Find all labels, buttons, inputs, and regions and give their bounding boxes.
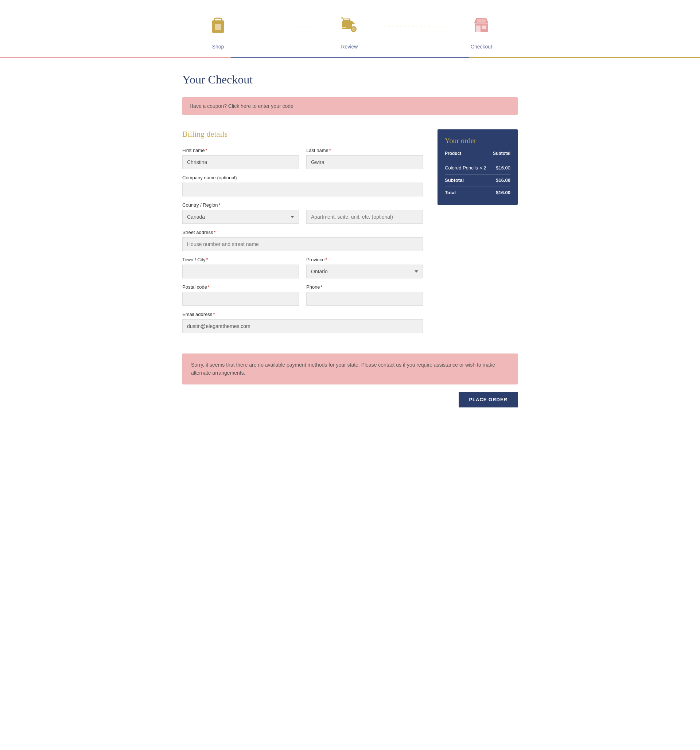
progress-steps: Shop · · · · · · · · · · · · · · · · <box>208 15 492 49</box>
step-checkout-label: Checkout <box>471 44 492 49</box>
first-name-label: First name* <box>182 148 299 153</box>
company-label: Company name (optional) <box>182 175 423 180</box>
last-name-group: Last name* <box>306 148 423 169</box>
street-group: Street address* <box>182 230 423 251</box>
place-order-row: PLACE ORDER <box>182 392 518 407</box>
svg-rect-13 <box>482 26 486 29</box>
dots-2: · · · · · · · · · · · · · · · · <box>360 25 470 29</box>
svg-rect-2 <box>215 24 221 30</box>
postal-label: Postal code* <box>182 284 299 290</box>
postal-group: Postal code* <box>182 284 299 306</box>
subtotal-label: Subtotal <box>445 177 464 183</box>
checkout-icon <box>471 15 491 39</box>
email-label: Email address* <box>182 312 423 317</box>
province-select[interactable]: Ontario <box>306 264 423 278</box>
apartment-label <box>306 202 423 208</box>
postal-input[interactable] <box>182 292 299 306</box>
first-name-group: First name* <box>182 148 299 169</box>
svg-point-10 <box>348 24 350 25</box>
progress-bar <box>0 57 700 58</box>
name-row: First name* Last name* <box>182 148 423 169</box>
town-label: Town / City* <box>182 257 299 263</box>
svg-rect-1 <box>214 18 222 21</box>
total-row: Total $16.00 <box>445 187 511 198</box>
country-label: Country / Region* <box>182 202 299 208</box>
step-review-label: Review <box>341 44 358 49</box>
svg-marker-4 <box>352 21 355 24</box>
order-title: Your order <box>445 137 511 145</box>
order-table-header: Product Subtotal <box>445 151 511 159</box>
country-apartment-row: Country / Region* Canada <box>182 202 423 224</box>
phone-label: Phone* <box>306 284 423 290</box>
svg-point-9 <box>344 24 346 25</box>
postal-phone-row: Postal code* Phone* <box>182 284 423 306</box>
place-order-button[interactable]: PLACE ORDER <box>458 392 518 407</box>
last-name-label: Last name* <box>306 148 423 153</box>
svg-rect-5 <box>340 27 346 28</box>
step-checkout[interactable]: Checkout <box>471 15 492 49</box>
page-title: Your Checkout <box>182 73 518 86</box>
item-price: $16.00 <box>496 165 511 171</box>
svg-rect-14 <box>477 19 486 23</box>
total-value: $16.00 <box>496 190 511 195</box>
first-name-input[interactable] <box>182 155 299 169</box>
svg-point-7 <box>352 27 355 31</box>
progress-bar-gold <box>469 57 700 58</box>
coupon-banner[interactable]: Have a coupon? Click here to enter your … <box>182 97 518 115</box>
apartment-input[interactable] <box>306 210 423 224</box>
order-summary: Your order Product Subtotal Colored Penc… <box>437 129 518 205</box>
subtotal-row: Subtotal $16.00 <box>445 174 511 185</box>
town-group: Town / City* <box>182 257 299 278</box>
review-icon <box>339 15 360 39</box>
apartment-group <box>306 202 423 224</box>
town-input[interactable] <box>182 264 299 278</box>
province-group: Province* Ontario <box>306 257 423 278</box>
company-group: Company name (optional) <box>182 175 423 197</box>
email-row: Email address* <box>182 312 423 333</box>
progress-section: Shop · · · · · · · · · · · · · · · · <box>0 0 700 49</box>
progress-bar-pink <box>0 57 231 58</box>
item-name: Colored Pencils × 2 <box>445 165 486 171</box>
company-input[interactable] <box>182 183 423 197</box>
last-name-input[interactable] <box>306 155 423 169</box>
billing-title: Billing details <box>182 129 423 139</box>
street-input[interactable] <box>182 237 423 251</box>
main-content: Your Checkout Have a coupon? Click here … <box>175 58 525 436</box>
step-shop-label: Shop <box>212 44 224 49</box>
phone-input[interactable] <box>306 292 423 306</box>
svg-rect-12 <box>476 26 480 32</box>
company-row: Company name (optional) <box>182 175 423 197</box>
street-row: Street address* <box>182 230 423 251</box>
billing-section: Billing details First name* Last name* <box>182 129 423 339</box>
step-shop[interactable]: Shop <box>208 15 228 49</box>
error-notice: Sorry, it seems that there are no availa… <box>182 353 518 384</box>
country-select[interactable]: Canada <box>182 210 299 224</box>
order-item-row: Colored Pencils × 2 $16.00 <box>445 163 511 173</box>
checkout-layout: Billing details First name* Last name* <box>182 129 518 339</box>
progress-bar-blue <box>231 57 469 58</box>
country-group: Country / Region* Canada <box>182 202 299 224</box>
shop-icon <box>208 15 228 39</box>
product-col-header: Product <box>445 151 461 156</box>
order-table: Product Subtotal Colored Pencils × 2 $16… <box>445 151 511 198</box>
town-province-row: Town / City* Province* Ontario <box>182 257 423 278</box>
email-group: Email address* <box>182 312 423 333</box>
email-input[interactable] <box>182 319 423 333</box>
total-label: Total <box>445 190 456 195</box>
subtotal-col-header: Subtotal <box>493 151 511 156</box>
street-label: Street address* <box>182 230 423 235</box>
province-label: Province* <box>306 257 423 263</box>
step-review[interactable]: Review <box>339 15 360 49</box>
phone-group: Phone* <box>306 284 423 306</box>
subtotal-value: $16.00 <box>496 177 511 183</box>
dots-1: · · · · · · · · · · · · · · · · <box>228 25 339 29</box>
